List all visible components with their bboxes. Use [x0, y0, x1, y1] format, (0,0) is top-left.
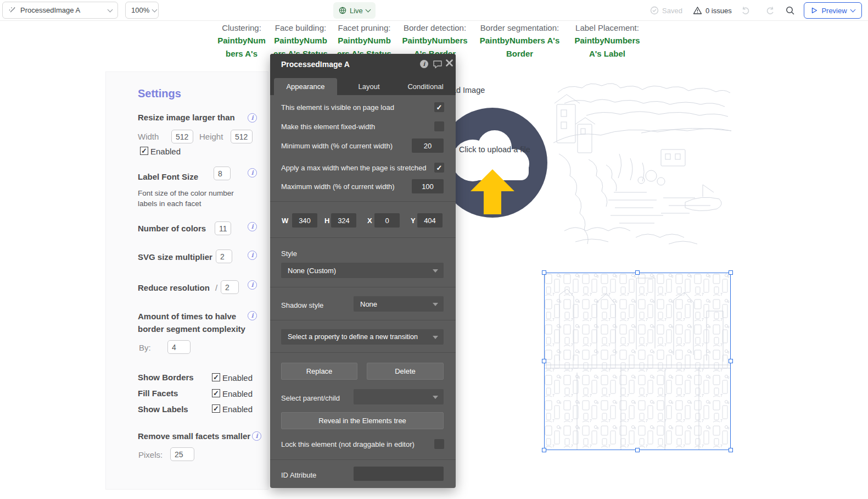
- resize-width-input[interactable]: [171, 130, 193, 143]
- zoom-value: 100%: [131, 6, 149, 14]
- issues-indicator[interactable]: 0 issues: [693, 6, 732, 15]
- fixed-width-checkbox[interactable]: [434, 121, 444, 131]
- pipeline-value: PaintbyNumbers A's Label: [572, 34, 642, 60]
- property-editor: ProcessedImage A i Appearance Layout Con…: [270, 54, 456, 488]
- pipeline-label: Border segmentation:: [478, 22, 562, 34]
- min-width-input[interactable]: [412, 138, 444, 153]
- show-labels-checkbox[interactable]: [212, 404, 220, 413]
- parent-child-dropdown[interactable]: [354, 389, 444, 404]
- comment-icon[interactable]: [433, 59, 443, 69]
- pipeline-label: Clustering:: [217, 22, 266, 34]
- height-input[interactable]: [331, 213, 356, 228]
- info-icon[interactable]: i: [419, 59, 429, 69]
- info-icon[interactable]: [252, 431, 261, 441]
- delete-button[interactable]: Delete: [367, 363, 444, 380]
- fill-facets-label: Fill Facets: [138, 389, 178, 398]
- resize-handle-nw[interactable]: [542, 270, 546, 275]
- number-of-colors-input[interactable]: [215, 221, 231, 235]
- svg-size-multiplier-input[interactable]: [216, 250, 232, 263]
- style-value: None (Custom): [288, 267, 336, 275]
- upload-cta-text: Click to upload a file: [459, 145, 530, 154]
- max-width-label: Maximum width (% of current width): [281, 182, 395, 191]
- shadow-style-dropdown[interactable]: None: [354, 296, 444, 312]
- property-editor-titlebar[interactable]: ProcessedImage A i: [270, 54, 456, 77]
- resize-handle-w[interactable]: [542, 359, 546, 363]
- chevron-down-icon: [365, 7, 371, 13]
- min-width-label: Minimum width (% of current width): [281, 142, 393, 150]
- h-label: H: [324, 217, 329, 225]
- pipeline-label: Label Placement:: [572, 22, 642, 34]
- divider: [270, 320, 456, 320]
- resize-handle-ne[interactable]: [729, 270, 733, 275]
- info-icon[interactable]: [248, 113, 257, 123]
- lock-element-checkbox[interactable]: [434, 439, 444, 449]
- search-button[interactable]: [785, 5, 795, 15]
- resize-handle-s[interactable]: [635, 448, 640, 452]
- fill-facets-enabled-label: Enabled: [222, 389, 253, 398]
- visible-on-load-checkbox[interactable]: [434, 102, 444, 112]
- shadow-style-label: Shadow style: [281, 301, 323, 309]
- element-wand-icon: [8, 7, 16, 14]
- processed-image-landscape[interactable]: [553, 71, 731, 250]
- fill-facets-checkbox[interactable]: [212, 389, 220, 397]
- undo-icon: [741, 5, 751, 15]
- show-borders-checkbox[interactable]: [212, 373, 220, 381]
- info-icon[interactable]: [248, 280, 257, 290]
- max-width-toggle-checkbox[interactable]: [434, 163, 444, 173]
- x-input[interactable]: [374, 213, 400, 228]
- pipeline-label: Border detection:: [400, 22, 470, 34]
- remove-small-facets-input[interactable]: [170, 447, 194, 461]
- reduce-resolution-input[interactable]: [221, 280, 239, 294]
- saved-label: Saved: [662, 7, 682, 15]
- show-labels-enabled-label: Enabled: [222, 404, 253, 414]
- chevron-down-icon: [433, 336, 438, 339]
- info-icon[interactable]: [248, 222, 257, 231]
- zoom-dropdown[interactable]: 100%: [125, 2, 159, 19]
- halve-complexity-label-1: Amount of times to halve: [138, 312, 236, 321]
- chevron-down-icon: [108, 7, 113, 12]
- divider: [270, 459, 456, 460]
- pipeline-col-border-segmentation: Border segmentation: PaintbyNumbers A's …: [478, 22, 562, 60]
- id-attribute-input[interactable]: [354, 467, 444, 481]
- style-dropdown[interactable]: None (Custom): [281, 263, 444, 278]
- tab-conditional[interactable]: Conditional: [399, 78, 452, 95]
- reveal-elements-tree-button[interactable]: Reveal in the Elements tree: [281, 412, 444, 429]
- replace-button[interactable]: Replace: [281, 363, 357, 380]
- height-label: Height: [199, 132, 223, 141]
- info-icon[interactable]: [248, 311, 257, 320]
- selection-outline: [544, 273, 731, 450]
- label-font-size-input[interactable]: [214, 167, 231, 180]
- preview-button[interactable]: Preview: [804, 2, 862, 19]
- divider: [270, 352, 456, 353]
- redo-button[interactable]: [765, 5, 775, 15]
- resize-enabled-checkbox[interactable]: [140, 147, 148, 155]
- tab-appearance[interactable]: Appearance: [274, 78, 337, 95]
- y-input[interactable]: [417, 213, 443, 228]
- live-environment-dropdown[interactable]: Live: [333, 2, 376, 19]
- warning-triangle-icon: [693, 6, 702, 15]
- max-width-input[interactable]: [412, 179, 444, 193]
- undo-button[interactable]: [741, 5, 751, 15]
- width-input[interactable]: [292, 213, 317, 228]
- halve-complexity-input[interactable]: [167, 340, 191, 354]
- chevron-down-icon: [152, 7, 158, 12]
- style-label: Style: [281, 250, 297, 258]
- resize-height-input[interactable]: [231, 130, 253, 143]
- play-icon: [811, 7, 817, 14]
- resize-handle-n[interactable]: [635, 270, 640, 275]
- resize-handle-se[interactable]: [729, 448, 733, 452]
- live-label: Live: [350, 7, 363, 15]
- globe-icon: [339, 7, 346, 14]
- close-icon[interactable]: [446, 59, 456, 69]
- pipeline-label: Face building:: [272, 22, 329, 34]
- info-icon[interactable]: [248, 251, 257, 260]
- max-width-toggle-label: Apply a max width when the page is stret…: [281, 164, 426, 172]
- resize-handle-sw[interactable]: [542, 448, 546, 452]
- element-selector-dropdown[interactable]: ProcessedImage A: [2, 2, 118, 19]
- reduce-resolution-prefix: /: [215, 283, 217, 292]
- svg-size-multiplier-label: SVG size multiplier: [138, 252, 212, 262]
- resize-handle-e[interactable]: [729, 359, 733, 363]
- transition-dropdown[interactable]: Select a property to define a new transi…: [281, 329, 444, 345]
- info-icon[interactable]: [248, 168, 257, 178]
- tab-layout[interactable]: Layout: [341, 78, 396, 95]
